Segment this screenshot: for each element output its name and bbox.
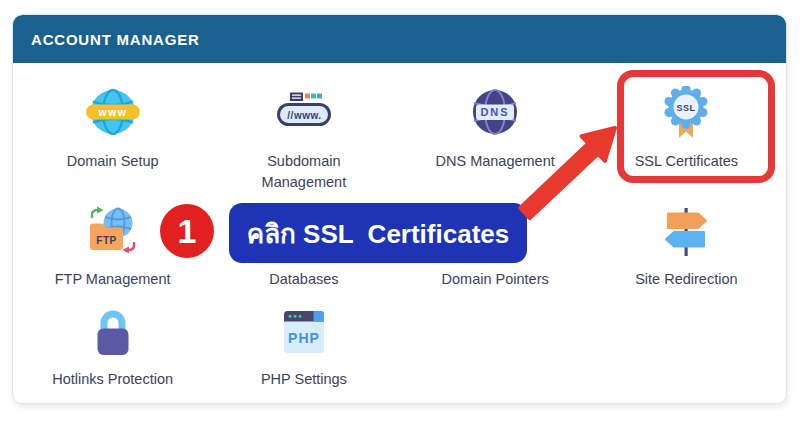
step-1-badge: 1: [160, 204, 214, 258]
grid-item-label: Databases: [269, 269, 338, 290]
grid-item-domain-setup[interactable]: www Domain Setup: [17, 86, 208, 204]
grid-item-label: Site Redirection: [635, 269, 737, 290]
account-manager-page: { "header": { "title": "ACCOUNT MANAGER"…: [0, 0, 810, 422]
annotation-arrow-icon: [508, 118, 633, 228]
callout-banner: คลิก SSL Certificates: [229, 203, 527, 263]
grid-empty-cell: [591, 304, 782, 404]
svg-text:DNS: DNS: [481, 106, 510, 118]
ssl-highlight-box: [617, 70, 775, 183]
svg-text://www.: //www.: [287, 110, 321, 121]
signpost-icon: [658, 204, 714, 260]
globe-www-icon: www: [85, 86, 141, 142]
ftp-folder-icon: FTP: [85, 204, 141, 260]
svg-text:www: www: [97, 106, 127, 118]
svg-text:PHP: PHP: [288, 330, 320, 346]
grid-empty-cell: [400, 304, 591, 404]
svg-text:FTP: FTP: [96, 235, 116, 246]
grid-item-label: FTP Management: [55, 269, 171, 290]
grid-item-label: Domain Setup: [67, 151, 159, 172]
grid-item-label: PHP Settings: [261, 369, 347, 390]
php-window-icon: PHP: [276, 304, 332, 360]
grid-item-subdomain-management[interactable]: //www. Subdomain Management: [208, 86, 399, 204]
panel-title: ACCOUNT MANAGER: [31, 31, 200, 48]
padlock-icon: [85, 304, 141, 360]
panel-header: ACCOUNT MANAGER: [13, 15, 786, 63]
grid-item-label: Hotlinks Protection: [52, 369, 173, 390]
grid-item-php-settings[interactable]: PHP PHP Settings: [208, 304, 399, 404]
grid-item-label: Subdomain Management: [229, 151, 379, 193]
subdomain-bar-icon: //www.: [276, 86, 332, 142]
grid-item-label: Domain Pointers: [442, 269, 549, 290]
grid-item-hotlinks-protection[interactable]: Hotlinks Protection: [17, 304, 208, 404]
